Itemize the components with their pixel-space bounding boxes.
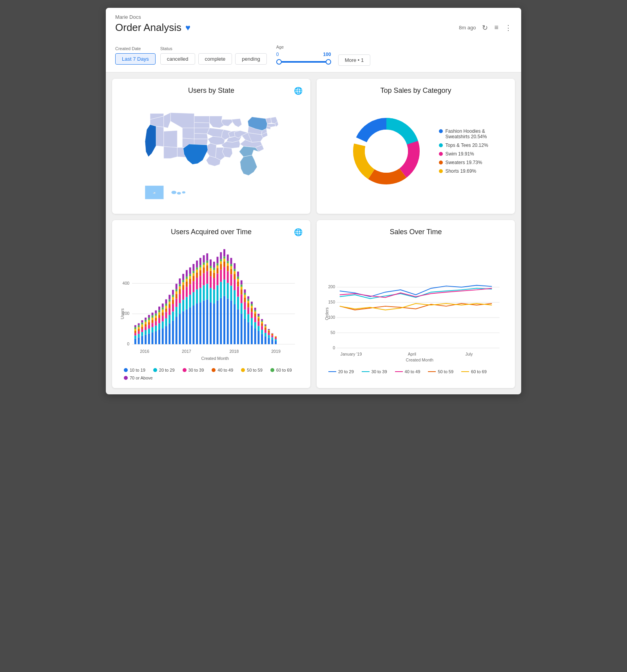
svg-rect-116 — [179, 289, 181, 294]
range-track — [276, 61, 331, 63]
svg-rect-91 — [165, 299, 167, 303]
svg-rect-312 — [275, 336, 277, 337]
pending-chip[interactable]: pending — [235, 53, 266, 65]
svg-rect-106 — [176, 317, 178, 344]
svg-rect-295 — [268, 338, 270, 344]
svg-rect-26 — [134, 329, 136, 331]
last7days-chip[interactable]: Last 7 Days — [115, 53, 156, 65]
svg-rect-44 — [145, 330, 147, 335]
svg-rect-112 — [176, 284, 178, 289]
svg-rect-217 — [227, 255, 229, 261]
legend-dot-sweaters — [439, 161, 443, 164]
label-70-above: 70 or Above — [130, 376, 153, 380]
svg-text:Created Month: Created Month — [406, 358, 433, 362]
users-over-time-header: Users Acquired over Time 🌐 — [120, 228, 303, 241]
svg-rect-170 — [206, 284, 208, 300]
svg-rect-49 — [145, 318, 147, 320]
svg-rect-61 — [152, 318, 154, 320]
svg-rect-45 — [145, 327, 147, 330]
sales-over-time-card: Sales Over Time 0 50 100 150 200 Orders — [317, 220, 515, 388]
range-slider[interactable] — [276, 58, 331, 66]
svg-rect-71 — [158, 330, 160, 344]
svg-rect-237 — [237, 276, 239, 279]
svg-rect-172 — [206, 266, 208, 271]
svg-rect-215 — [227, 263, 229, 266]
svg-rect-117 — [179, 286, 181, 289]
line-legend-30-39: 30 to 39 — [362, 369, 387, 374]
legend-30-39: 30 to 39 — [183, 368, 204, 372]
svg-text:AK: AK — [153, 192, 156, 194]
heart-icon[interactable]: ♥ — [185, 23, 190, 33]
globe-icon-bar[interactable]: 🌐 — [294, 228, 303, 237]
circle-60-69 — [270, 368, 274, 372]
svg-rect-289 — [265, 333, 266, 336]
svg-rect-34 — [138, 325, 140, 327]
svg-rect-103 — [172, 297, 174, 300]
svg-rect-66 — [155, 321, 157, 326]
svg-rect-153 — [196, 267, 198, 270]
svg-text:Created Month: Created Month — [201, 356, 229, 361]
svg-rect-22 — [134, 338, 136, 344]
svg-rect-310 — [275, 338, 277, 339]
svg-rect-263 — [251, 308, 253, 312]
range-thumb-left[interactable] — [276, 59, 282, 65]
complete-chip[interactable]: complete — [198, 53, 232, 65]
svg-rect-97 — [169, 299, 170, 302]
svg-rect-229 — [234, 271, 236, 274]
svg-rect-131 — [186, 279, 188, 282]
legend-60-69: 60 to 69 — [270, 368, 292, 372]
globe-icon-map[interactable]: 🌐 — [294, 87, 303, 95]
last-updated: 8m ago — [459, 25, 476, 31]
svg-rect-115 — [179, 294, 181, 303]
bar-chart-svg: 0 200 400 Users 2016 2017 2018 2019 Crea… — [120, 246, 303, 363]
header: Marie Docs Order Analysis ♥ 8m ago ↻ ≡ ⋮… — [106, 8, 521, 72]
svg-text:2016: 2016 — [140, 349, 149, 354]
filter-icon[interactable]: ≡ — [494, 23, 498, 32]
svg-rect-70 — [155, 311, 157, 314]
svg-point-2 — [177, 192, 181, 195]
svg-rect-290 — [265, 330, 266, 333]
svg-rect-168 — [203, 255, 205, 262]
svg-rect-164 — [203, 273, 205, 285]
svg-rect-287 — [261, 319, 263, 321]
svg-rect-258 — [247, 299, 249, 301]
more-button[interactable]: More • 1 — [338, 54, 371, 66]
svg-rect-285 — [261, 322, 263, 323]
cancelled-chip[interactable]: cancelled — [160, 53, 195, 65]
svg-rect-123 — [182, 285, 184, 290]
svg-rect-81 — [162, 312, 164, 316]
svg-rect-38 — [141, 329, 143, 332]
svg-rect-89 — [165, 306, 167, 309]
svg-rect-121 — [182, 300, 184, 311]
svg-rect-30 — [138, 334, 140, 338]
svg-rect-222 — [230, 266, 232, 269]
svg-rect-273 — [254, 308, 256, 310]
svg-rect-148 — [196, 303, 198, 344]
svg-point-3 — [182, 191, 185, 193]
title-row: Order Analysis ♥ 8m ago ↻ ≡ ⋮ — [115, 22, 512, 34]
svg-rect-129 — [186, 287, 188, 297]
svg-rect-218 — [230, 300, 232, 344]
svg-rect-119 — [179, 278, 181, 284]
svg-rect-50 — [148, 334, 150, 344]
svg-rect-160 — [199, 265, 201, 267]
dashboard-grid: Users by State 🌐 — [106, 72, 521, 394]
legend-sweaters: Sweaters 19.73% — [439, 160, 488, 165]
svg-rect-133 — [186, 270, 188, 277]
range-thumb-right[interactable] — [326, 59, 331, 65]
svg-rect-156 — [199, 288, 201, 302]
svg-rect-209 — [223, 257, 225, 259]
svg-rect-139 — [189, 274, 191, 276]
svg-rect-27 — [134, 327, 136, 329]
svg-rect-272 — [254, 310, 256, 312]
users-by-state-card: Users by State 🌐 — [112, 79, 310, 214]
legend-swim: Swim 19.91% — [439, 151, 488, 157]
svg-rect-118 — [179, 284, 181, 287]
svg-rect-204 — [223, 296, 225, 344]
more-icon[interactable]: ⋮ — [505, 23, 512, 32]
refresh-icon[interactable]: ↻ — [482, 23, 488, 32]
svg-rect-47 — [145, 322, 147, 324]
svg-rect-126 — [182, 274, 184, 280]
svg-rect-276 — [257, 322, 259, 326]
svg-rect-48 — [145, 320, 147, 322]
